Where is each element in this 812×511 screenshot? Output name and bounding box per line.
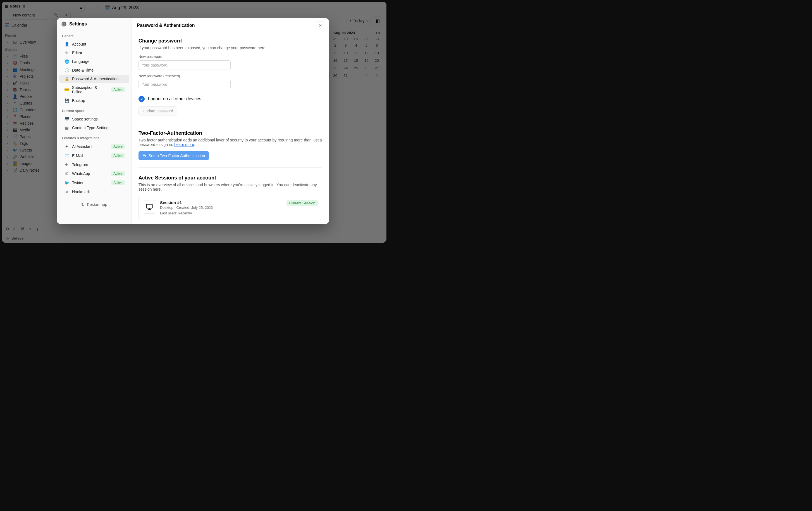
settings-item-password[interactable]: 🔒Password & Authentication xyxy=(59,75,129,83)
logout-others-label: Logout on all other devices xyxy=(148,97,201,102)
new-password-label: New password xyxy=(139,55,322,59)
session-card: Session #1 Desktop · Created: July 25, 2… xyxy=(139,196,322,220)
twofa-heading: Two-Factor-Authentication xyxy=(139,130,322,136)
account-icon: 👤 xyxy=(64,42,69,46)
svg-rect-2 xyxy=(147,204,152,208)
sessions-heading: Active Sessions of your account xyxy=(139,175,322,181)
active-badge: Active xyxy=(111,87,125,92)
language-icon: 🌐 xyxy=(64,59,69,64)
datetime-icon: 🕒 xyxy=(64,68,69,73)
ai-icon: ✦ xyxy=(64,144,69,149)
settings-item-label: Subscription & Billing xyxy=(72,85,108,94)
settings-item-backup[interactable]: 💾Backup xyxy=(59,97,129,105)
settings-item-space[interactable]: 🖥️Space settings xyxy=(59,115,129,123)
desktop-icon xyxy=(143,200,156,214)
close-icon: ✕ xyxy=(318,23,322,28)
settings-item-label: Content Type Settings xyxy=(72,126,111,130)
change-password-heading: Change password xyxy=(139,38,322,44)
repeat-password-label: New password (repeated) xyxy=(139,74,322,78)
settings-item-label: E-Mail xyxy=(72,154,83,158)
settings-item-datetime[interactable]: 🕒Date & Time xyxy=(59,66,129,74)
current-session-badge: Current Session xyxy=(287,200,318,206)
settings-item-whatsapp[interactable]: ✆WhatsAppActive xyxy=(59,169,129,178)
session-meta-2: Last used: Recently xyxy=(160,211,213,216)
backup-icon: 💾 xyxy=(64,99,69,103)
close-button[interactable]: ✕ xyxy=(316,22,324,29)
lock-open-icon xyxy=(142,154,146,158)
settings-item-telegram[interactable]: ✈Telegram xyxy=(59,160,129,169)
hookmark-icon: ∞ xyxy=(64,190,69,194)
settings-group-label: General xyxy=(57,30,132,40)
settings-item-label: Telegram xyxy=(72,162,88,167)
settings-item-account[interactable]: 👤Account xyxy=(59,40,129,48)
email-icon: ✉️ xyxy=(64,154,69,158)
settings-item-contenttype[interactable]: ▦Content Type Settings xyxy=(59,124,129,132)
settings-item-label: Space settings xyxy=(72,117,98,121)
settings-title: Settings xyxy=(57,18,132,30)
password-icon: 🔒 xyxy=(64,77,69,81)
settings-group-label: Current space xyxy=(57,105,132,115)
settings-item-label: Editor xyxy=(72,51,82,55)
logout-others-checkbox[interactable]: ✓ xyxy=(139,96,145,102)
settings-modal: Settings General👤Account✎Editor🌐Language… xyxy=(57,18,329,224)
session-title: Session #1 xyxy=(160,200,213,205)
settings-item-label: Backup xyxy=(72,99,85,103)
active-badge: Active xyxy=(111,180,125,185)
setup-twofa-button[interactable]: Setup Two-Factor Authentication xyxy=(139,151,209,160)
svg-point-0 xyxy=(63,24,65,25)
settings-item-editor[interactable]: ✎Editor xyxy=(59,49,129,57)
active-badge: Active xyxy=(111,171,125,176)
settings-item-label: Date & Time xyxy=(72,68,93,73)
settings-item-label: Language xyxy=(72,59,89,64)
settings-item-label: Password & Authentication xyxy=(72,77,119,81)
change-password-desc: If your password has been exposed, you c… xyxy=(139,46,322,50)
learn-more-link[interactable]: Learn more xyxy=(174,142,194,147)
telegram-icon: ✈ xyxy=(64,162,69,167)
settings-item-subscription[interactable]: 💳Subscription & BillingActive xyxy=(59,83,129,96)
settings-item-label: Twitter xyxy=(72,181,84,185)
gear-icon xyxy=(61,22,66,27)
panel-title: Password & Authentication xyxy=(137,23,195,28)
settings-item-language[interactable]: 🌐Language xyxy=(59,57,129,66)
settings-item-label: WhatsApp xyxy=(72,171,90,176)
update-password-button[interactable]: Update password xyxy=(139,107,177,115)
settings-item-twitter[interactable]: 🐦TwitterActive xyxy=(59,178,129,187)
restart-app-button[interactable]: ↻ Restart app xyxy=(57,197,132,212)
contenttype-icon: ▦ xyxy=(64,126,69,130)
sessions-desc: This is an overview of all devices and b… xyxy=(139,183,322,191)
twofa-desc: Two-factor authentication adds an additi… xyxy=(139,138,322,147)
svg-rect-1 xyxy=(143,155,145,157)
restart-icon: ↻ xyxy=(81,203,85,207)
settings-item-hookmark[interactable]: ∞Hookmark xyxy=(59,188,129,196)
repeat-password-input[interactable] xyxy=(139,80,231,89)
active-badge: Active xyxy=(111,153,125,158)
editor-icon: ✎ xyxy=(64,51,69,55)
space-icon: 🖥️ xyxy=(64,117,69,121)
check-icon: ✓ xyxy=(140,97,143,101)
whatsapp-icon: ✆ xyxy=(64,171,69,176)
settings-group-label: Features & Integrations xyxy=(57,132,132,142)
settings-item-ai[interactable]: ✦AI AssistantActive xyxy=(59,142,129,151)
settings-item-label: AI Assistant xyxy=(72,144,92,149)
new-password-input[interactable] xyxy=(139,60,231,70)
settings-item-label: Hookmark xyxy=(72,190,90,194)
session-meta-1: Desktop · Created: July 25, 2023 xyxy=(160,205,213,211)
subscription-icon: 💳 xyxy=(64,87,69,92)
settings-item-email[interactable]: ✉️E-MailActive xyxy=(59,151,129,160)
twitter-icon: 🐦 xyxy=(64,181,69,185)
settings-item-label: Account xyxy=(72,42,86,46)
active-badge: Active xyxy=(111,144,125,149)
